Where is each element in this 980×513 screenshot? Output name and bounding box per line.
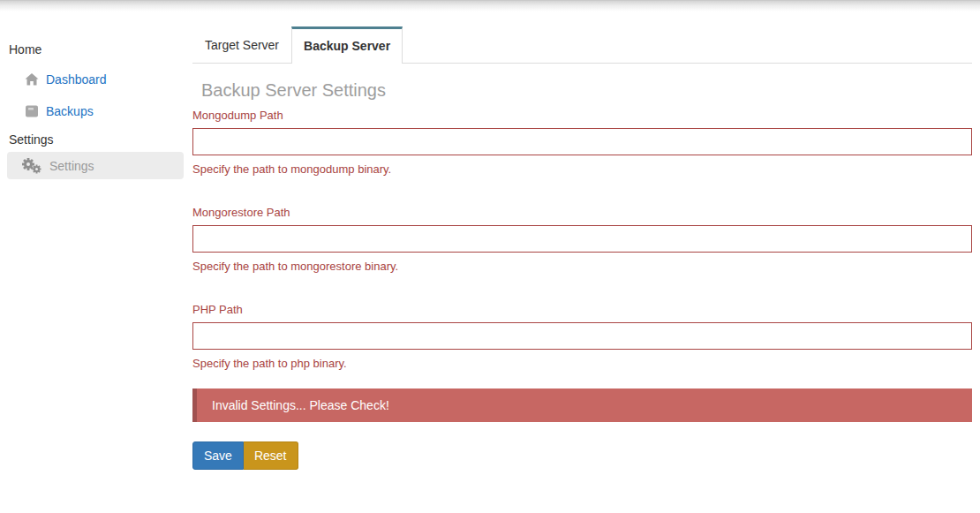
tab-target-server[interactable]: Target Server [192, 27, 291, 63]
sidebar-item-label: Settings [49, 159, 94, 173]
sidebar-item-dashboard[interactable]: Dashboard [0, 71, 184, 88]
backups-icon [25, 104, 39, 118]
php-path-input[interactable] [192, 322, 972, 350]
error-alert-message: Invalid Settings... Please Check! [197, 398, 389, 412]
sidebar-item-label: Backups [46, 104, 94, 118]
mongorestore-path-input[interactable] [192, 225, 972, 253]
tab-bar: Target Server Backup Server [192, 26, 972, 64]
sidebar-item-backups[interactable]: Backups [0, 102, 184, 120]
sidebar-item-settings-active[interactable]: Settings [7, 152, 184, 179]
mongodump-path-help: Specify the path to mongodump binary. [192, 162, 972, 177]
sidebar-section-home: Home [9, 42, 184, 57]
home-icon [25, 72, 39, 87]
sidebar-item-label: Dashboard [46, 72, 107, 87]
form-group-mongorestore-path: Mongorestore Path Specify the path to mo… [192, 206, 972, 274]
mongodump-path-label: Mongodump Path [192, 109, 972, 123]
page-title: Backup Server Settings [201, 79, 972, 102]
form-actions: Save Reset [192, 441, 972, 470]
save-button[interactable]: Save [192, 441, 244, 470]
gears-icon [21, 158, 42, 174]
sidebar: Home Dashboard Backups Settings [0, 0, 184, 179]
form-group-mongodump-path: Mongodump Path Specify the path to mongo… [192, 109, 972, 177]
php-path-help: Specify the path to php binary. [192, 357, 972, 371]
error-alert: Invalid Settings... Please Check! [192, 389, 972, 422]
mongorestore-path-label: Mongorestore Path [192, 206, 972, 220]
reset-button[interactable]: Reset [244, 441, 298, 470]
sidebar-section-settings: Settings [9, 132, 184, 147]
mongorestore-path-help: Specify the path to mongorestore binary. [192, 260, 972, 274]
form-group-php-path: PHP Path Specify the path to php binary. [192, 303, 972, 371]
mongodump-path-input[interactable] [192, 128, 972, 155]
main-content: Target Server Backup Server Backup Serve… [192, 26, 972, 470]
php-path-label: PHP Path [192, 303, 972, 317]
tab-backup-server[interactable]: Backup Server [291, 26, 403, 64]
